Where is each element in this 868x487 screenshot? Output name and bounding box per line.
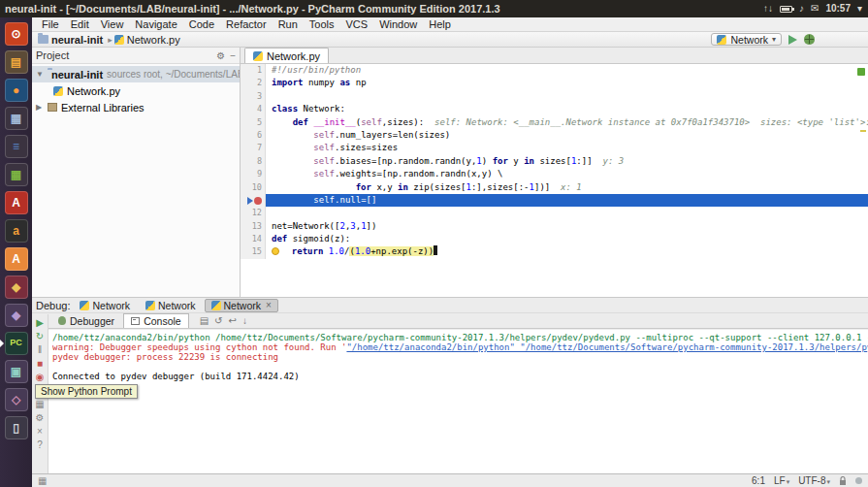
- menu-refactor[interactable]: Refactor: [220, 18, 273, 30]
- launcher-text-editor-icon[interactable]: ▦: [0, 104, 32, 132]
- launcher-software-center-icon[interactable]: A: [0, 244, 32, 273]
- code-line-2[interactable]: import numpy as np: [266, 77, 868, 89]
- gear-icon[interactable]: ⚙: [216, 50, 225, 61]
- encoding-selector[interactable]: UTF-8▾: [798, 475, 830, 486]
- breadcrumb-file[interactable]: Network.py: [127, 34, 180, 46]
- mail-icon[interactable]: ✉: [811, 4, 819, 14]
- tree-row-external-libraries[interactable]: ▶ External Libraries: [32, 99, 240, 115]
- code-line-1[interactable]: #!/usr/bin/python: [266, 64, 868, 77]
- menu-code[interactable]: Code: [183, 18, 220, 30]
- resume-icon[interactable]: ▶: [36, 318, 44, 328]
- launcher-ubuntu-dash-icon[interactable]: ⊙: [0, 19, 32, 48]
- close-icon[interactable]: ×: [266, 300, 272, 310]
- gutter-line-1[interactable]: 1: [241, 64, 266, 77]
- breadcrumb-project[interactable]: neural-init: [51, 34, 103, 46]
- tab-debugger[interactable]: Debugger: [51, 313, 121, 328]
- launcher-amazon-icon[interactable]: a: [0, 216, 32, 244]
- rerun-icon[interactable]: ↻: [36, 332, 44, 341]
- code-editor[interactable]: 1#!/usr/bin/python2import numpy as np34c…: [241, 64, 868, 297]
- menu-vcs[interactable]: VCS: [340, 18, 374, 30]
- gutter-line-4[interactable]: 4: [241, 103, 266, 115]
- debug-button[interactable]: [804, 34, 815, 45]
- gutter-line-8[interactable]: 8: [241, 155, 266, 168]
- tree-row-project-root[interactable]: ▼ neural-init sources root, ~/Documents/…: [32, 66, 240, 82]
- code-line-14[interactable]: def sigmoid(z):: [266, 233, 868, 245]
- help-icon[interactable]: ?: [37, 440, 43, 450]
- launcher-terminal-icon[interactable]: ▣: [0, 357, 32, 385]
- menu-tools[interactable]: Tools: [304, 18, 340, 30]
- code-line-6[interactable]: self.num_layers=len(sizes): [266, 129, 868, 142]
- hide-panel-icon[interactable]: −: [230, 50, 236, 61]
- menu-navigate[interactable]: Navigate: [129, 18, 182, 30]
- code-line-4[interactable]: class Network:: [266, 103, 868, 115]
- launcher-pycharm-icon[interactable]: PC: [0, 329, 32, 357]
- launcher-files-icon[interactable]: ▤: [0, 48, 32, 76]
- menu-help[interactable]: Help: [423, 18, 457, 30]
- restore-layout-icon[interactable]: ▦: [35, 400, 44, 409]
- run-configuration-select[interactable]: Network ▾: [711, 33, 782, 46]
- pause-icon[interactable]: ‖: [38, 345, 42, 355]
- launcher-trash-icon[interactable]: ▯: [0, 413, 32, 441]
- launcher-workspace-switcher-icon[interactable]: ◇: [0, 385, 32, 413]
- chevron-collapsed-icon[interactable]: ▶: [36, 103, 44, 112]
- gutter-line-15[interactable]: 15: [241, 245, 266, 258]
- gutter-line-12[interactable]: 12: [241, 207, 266, 219]
- code-line-15[interactable]: return 1.0/(1.0+np.exp(-z)): [266, 245, 868, 258]
- code-line-3[interactable]: [266, 90, 868, 103]
- launcher-libreoffice-impress-icon[interactable]: A: [0, 188, 32, 216]
- gutter-line-10[interactable]: 10: [241, 181, 266, 194]
- stop-icon[interactable]: ■: [37, 359, 43, 369]
- line-separator-selector[interactable]: LF▾: [774, 475, 789, 486]
- code-line-10[interactable]: for x,y in zip(sizes[1:],sizes[:-1])] x:…: [266, 181, 868, 194]
- restore-layout-icon[interactable]: ▤: [197, 315, 211, 326]
- settings-icon[interactable]: ⚙: [36, 413, 45, 423]
- editor-tab-network-py[interactable]: Network.py: [244, 48, 329, 63]
- background-task-indicator[interactable]: [855, 477, 862, 484]
- code-line-11[interactable]: self.null=[]: [266, 194, 868, 207]
- tab-console[interactable]: Console: [123, 313, 189, 328]
- debug-tab-network-2[interactable]: Network: [139, 299, 203, 312]
- code-line-5[interactable]: def __init__(self,sizes): self: Network:…: [266, 116, 868, 129]
- menu-window[interactable]: Window: [373, 18, 423, 30]
- gutter-line-7[interactable]: 7: [241, 142, 266, 154]
- sound-icon[interactable]: ♪: [799, 4, 804, 14]
- code-line-9[interactable]: self.weights=[np.random.randn(x,y) \: [266, 168, 868, 180]
- launcher-libreoffice-calc-icon[interactable]: ▦: [0, 160, 32, 188]
- history-icon[interactable]: ↺: [211, 315, 225, 326]
- intention-bulb-icon[interactable]: [272, 247, 279, 255]
- session-menu-icon[interactable]: ▾: [857, 4, 862, 14]
- gutter-line-11[interactable]: [241, 194, 266, 207]
- gutter-line-14[interactable]: 14: [241, 233, 266, 245]
- menu-run[interactable]: Run: [273, 18, 304, 30]
- network-icon[interactable]: ↑↓: [763, 4, 773, 14]
- debug-console-output[interactable]: /home/ttz/anaconda2/bin/python /home/ttz…: [48, 330, 868, 473]
- gutter-line-9[interactable]: 9: [241, 168, 266, 180]
- debug-tab-network-3[interactable]: Network×: [205, 299, 278, 312]
- code-line-7[interactable]: self.sizes=sizes: [266, 142, 868, 154]
- toolwindow-switcher-icon[interactable]: ▦: [38, 475, 47, 486]
- gutter-line-13[interactable]: 13: [241, 220, 266, 233]
- caret-position[interactable]: 6:1: [752, 475, 765, 486]
- close-icon[interactable]: ×: [37, 427, 43, 437]
- clock[interactable]: 10:57: [825, 4, 851, 14]
- code-line-8[interactable]: self.biases=[np.random.randn(y,1) for y …: [266, 155, 868, 168]
- view-breakpoints-icon[interactable]: ◉: [36, 373, 45, 382]
- debug-tab-network-1[interactable]: Network: [73, 299, 137, 312]
- chevron-expanded-icon[interactable]: ▼: [36, 70, 44, 79]
- battery-icon[interactable]: [780, 6, 792, 13]
- scroll-to-end-icon[interactable]: ↓: [240, 315, 250, 326]
- code-line-13[interactable]: net=Network([2,3,1]): [266, 220, 868, 233]
- launcher-libreoffice-writer-icon[interactable]: ≡: [0, 132, 32, 160]
- code-line-12[interactable]: [266, 207, 868, 219]
- breakpoint-icon[interactable]: [254, 197, 262, 205]
- launcher-system-settings-icon[interactable]: ◆: [0, 301, 32, 329]
- gutter-line-2[interactable]: 2: [241, 77, 266, 89]
- tree-row-network-py[interactable]: Network.py: [32, 82, 240, 99]
- gutter-line-5[interactable]: 5: [241, 116, 266, 129]
- run-button[interactable]: [788, 35, 797, 45]
- soft-wrap-icon[interactable]: ↩: [226, 315, 240, 326]
- menu-file[interactable]: File: [36, 18, 65, 30]
- gutter-line-6[interactable]: 6: [241, 129, 266, 142]
- launcher-firefox-icon[interactable]: ●: [0, 76, 32, 104]
- menu-view[interactable]: View: [95, 18, 130, 30]
